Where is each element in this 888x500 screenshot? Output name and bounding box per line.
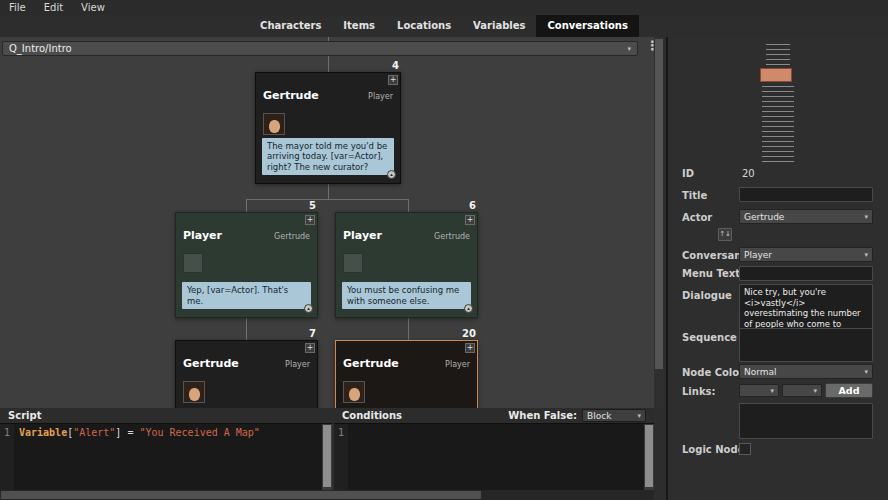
node-inspector: ID 20 Title Actor Gertrude ▾ ↑↓ Conversa…	[666, 37, 888, 500]
line-number: 1	[334, 424, 348, 490]
when-false-label: When False:	[508, 410, 577, 421]
scrollbar-thumb[interactable]	[1, 491, 481, 499]
node-connector-handle[interactable]: ▴	[387, 170, 396, 179]
tab-characters[interactable]: Characters	[249, 15, 332, 37]
node-title: Gertrude	[343, 357, 399, 370]
logic-node-checkbox[interactable]	[739, 443, 751, 455]
scrollbar-thumb[interactable]	[323, 425, 331, 487]
links-listbox[interactable]	[739, 403, 873, 439]
dialogue-node-5[interactable]: 5 + Player Gertrude Yep, [var=Actor]. Th…	[175, 212, 318, 318]
add-child-node-button[interactable]: +	[305, 343, 315, 353]
conversation-select[interactable]: Q_Intro/Intro ▾	[2, 41, 638, 56]
conditions-panel: Conditions When False: Block ▾ 1	[334, 408, 654, 490]
node-conversant-label: Gertrude	[434, 232, 470, 241]
dialogue-node-20[interactable]: 20 + Gertrude Player	[335, 340, 478, 408]
dialogue-node-6[interactable]: 6 + Player Gertrude You must be confusin…	[335, 212, 478, 318]
node-header: Gertrude Player	[336, 341, 477, 370]
minimap-node-marks	[766, 44, 790, 66]
tab-variables[interactable]: Variables	[462, 15, 536, 37]
script-vertical-scrollbar[interactable]	[322, 424, 332, 490]
add-child-node-button[interactable]: +	[465, 343, 475, 353]
title-label: Title	[682, 190, 707, 201]
node-link-line	[328, 184, 329, 200]
node-header: Player Gertrude	[336, 213, 477, 242]
menu-edit[interactable]: Edit	[35, 2, 72, 13]
chevron-down-icon: ▾	[864, 251, 868, 259]
conditions-vertical-scrollbar[interactable]	[644, 424, 654, 490]
node-color-label: Node Color	[682, 367, 744, 378]
chevron-down-icon: ▾	[637, 412, 641, 420]
conversation-minimap[interactable]	[752, 42, 812, 162]
actor-label: Actor	[682, 212, 712, 223]
node-conversant-label: Player	[368, 92, 393, 101]
node-dialogue-text: Yep, [var=Actor]. That's me.	[187, 285, 288, 306]
when-false-select[interactable]: Block ▾	[582, 409, 646, 422]
node-header: Gertrude Player	[176, 341, 317, 370]
scrollbar-thumb[interactable]	[645, 425, 653, 487]
node-color-value: Normal	[744, 367, 777, 377]
swap-actors-button[interactable]: ↑↓	[718, 228, 732, 241]
tab-bar: Characters Items Locations Variables Con…	[0, 15, 888, 37]
script-panel-header: Script	[0, 408, 332, 424]
chevron-down-icon: ▾	[813, 387, 817, 395]
chevron-down-icon: ▾	[770, 387, 774, 395]
add-child-node-button[interactable]: +	[388, 75, 398, 85]
script-panel: Script 1 Variable["Alert"] = "You Receiv…	[0, 408, 332, 490]
minimap-node-marks	[762, 86, 794, 162]
conversant-select[interactable]: Player ▾	[739, 247, 873, 262]
line-number: 1	[0, 424, 14, 490]
node-color-select[interactable]: Normal ▾	[739, 364, 873, 379]
node-dialogue-bubble: You must be confusing me with someone el…	[342, 282, 471, 309]
canvas-horizontal-scrollbar[interactable]	[0, 490, 654, 500]
node-number: 5	[309, 200, 316, 211]
add-link-button[interactable]: Add	[825, 383, 873, 398]
dialogue-node-7[interactable]: 7 + Gertrude Player	[175, 340, 318, 408]
node-conversant-label: Player	[445, 360, 470, 369]
add-child-node-button[interactable]: +	[305, 215, 315, 225]
title-input[interactable]	[739, 187, 873, 202]
conditions-code-editor[interactable]: 1	[334, 424, 644, 490]
dialogue-textarea[interactable]: Nice try, but you're <i>vastly</i> overe…	[739, 284, 873, 330]
dialogue-label: Dialogue	[682, 290, 732, 301]
node-dialogue-text: The mayor told me you'd be arriving toda…	[267, 141, 387, 172]
conversation-canvas[interactable]: Q_Intro/Intro ▾ 4 + Gertrude Player The …	[0, 37, 654, 408]
link-target-select[interactable]: ▾	[782, 384, 822, 397]
node-link-line	[246, 318, 247, 341]
when-false-value: Block	[587, 411, 611, 421]
link-source-select[interactable]: ▾	[739, 384, 779, 397]
add-child-node-button[interactable]: +	[465, 215, 475, 225]
actor-portrait	[183, 381, 205, 403]
actor-portrait-placeholder	[343, 253, 363, 273]
node-title: Gertrude	[183, 357, 239, 370]
node-link-line	[246, 199, 409, 200]
sequence-textarea[interactable]	[739, 328, 873, 362]
node-connector-handle[interactable]: ▴	[464, 304, 473, 313]
dialogue-editor-window: File Edit View Characters Items Location…	[0, 0, 888, 500]
node-title: Gertrude	[263, 89, 319, 102]
tab-conversations[interactable]: Conversations	[536, 15, 638, 37]
node-dialogue-bubble: The mayor told me you'd be arriving toda…	[262, 138, 394, 176]
script-code-editor[interactable]: 1 Variable["Alert"] = "You Received A Ma…	[0, 424, 322, 490]
canvas-vertical-scrollbar[interactable]	[654, 37, 664, 408]
actor-select[interactable]: Gertrude ▾	[739, 209, 873, 224]
menu-text-input[interactable]	[739, 266, 873, 281]
minimap-selection	[760, 68, 792, 82]
node-connector-handle[interactable]: ▴	[304, 304, 313, 313]
conditions-panel-header: Conditions When False: Block ▾	[334, 408, 654, 424]
node-link-line	[408, 318, 409, 341]
dialogue-node-4[interactable]: 4 + Gertrude Player The mayor told me yo…	[255, 72, 401, 184]
tab-locations[interactable]: Locations	[386, 15, 462, 37]
scrollbar-thumb[interactable]	[655, 39, 663, 369]
node-conversant-label: Gertrude	[274, 232, 310, 241]
kebab-menu-icon[interactable]: ⋮	[646, 39, 659, 52]
node-title: Player	[183, 229, 222, 242]
node-header: Player Gertrude	[176, 213, 317, 242]
node-header: Gertrude Player	[256, 73, 400, 102]
logic-node-label: Logic Node	[682, 444, 744, 455]
menu-file[interactable]: File	[0, 2, 35, 13]
menu-text-label: Menu Text	[682, 268, 740, 279]
dialogue-text: Nice try, but you're <i>vastly</i> overe…	[744, 287, 861, 329]
conversant-select-value: Player	[744, 250, 772, 260]
tab-items[interactable]: Items	[332, 15, 386, 37]
menu-view[interactable]: View	[72, 2, 114, 13]
